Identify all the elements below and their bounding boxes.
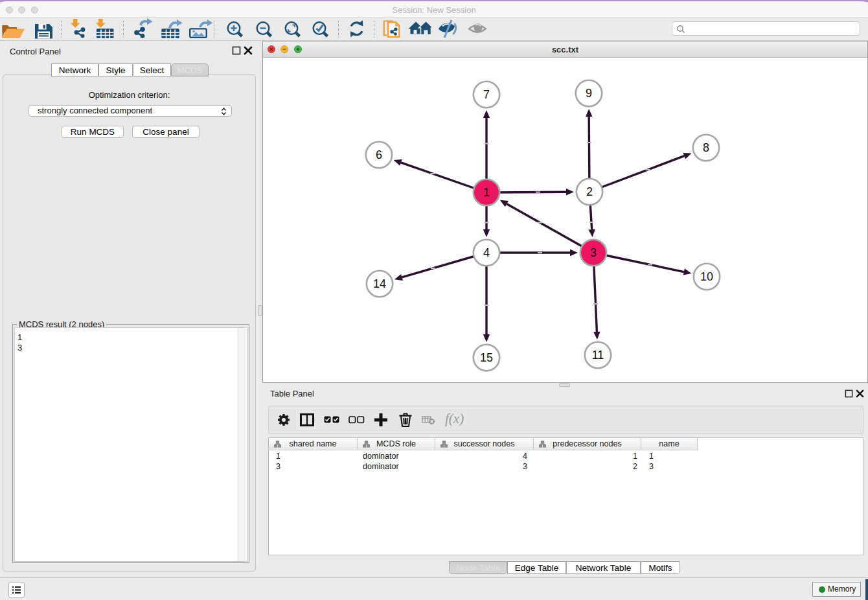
svg-text:8: 8 xyxy=(703,141,709,154)
svg-text:2: 2 xyxy=(586,185,593,198)
svg-text:14: 14 xyxy=(373,277,386,290)
svg-text:11: 11 xyxy=(592,349,604,362)
svg-text:4: 4 xyxy=(483,246,490,259)
svg-text:3: 3 xyxy=(590,246,597,259)
svg-text:7: 7 xyxy=(483,88,490,101)
svg-text:9: 9 xyxy=(586,87,592,100)
svg-text:6: 6 xyxy=(376,148,382,161)
svg-text:1: 1 xyxy=(483,186,490,199)
svg-text:10: 10 xyxy=(700,270,713,283)
svg-text:15: 15 xyxy=(480,351,493,364)
